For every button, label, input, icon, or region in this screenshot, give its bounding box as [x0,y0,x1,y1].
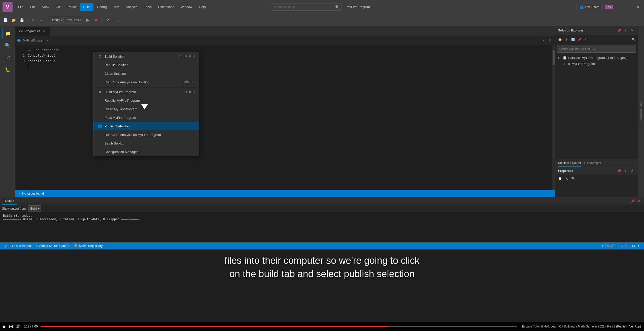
output-tab[interactable]: Output [2,197,17,205]
activity-debug[interactable]: 🐛 [2,64,13,75]
status-line-col[interactable]: Ln: 4 Ch: 1 [600,242,619,249]
output-source-dropdown[interactable]: Build ▾ [28,205,41,212]
menu-rebuild-solution[interactable]: Rebuild Solution [93,61,199,69]
toolbar-more[interactable]: ⋯ [115,17,122,24]
build-config-dropdown[interactable]: Debug ▾ [49,17,64,23]
se-tab-git[interactable]: Git Changes [584,159,601,167]
properties-icon3[interactable]: 🔍 [570,176,576,181]
toolbar-open[interactable]: 📂 [10,17,17,24]
menu-view[interactable]: View [39,3,52,11]
se-toolbar-icon2[interactable]: ⬆ [564,37,569,42]
repo-icon: 📦 [74,244,78,248]
editor-scrollbar[interactable] [552,45,555,190]
toolbar-save[interactable]: 💾 [18,17,25,24]
live-share-button[interactable]: 👥 Live Share [577,4,603,10]
maximize-button[interactable]: □ [624,3,632,11]
output-close-button[interactable]: ✕ [636,198,642,204]
tab-program-cs[interactable]: C# Program.cs ✕ [15,27,50,36]
toolbar-git[interactable]: ⎇ [104,17,111,24]
volume-button[interactable]: 🔊 [16,324,20,328]
output-pin-button[interactable]: 📌 [630,198,635,204]
toolbar-undo[interactable]: ↩ [29,17,37,24]
properties-dock-button[interactable]: ⤓ [623,168,628,174]
properties-icon2[interactable]: 🔧 [564,176,569,181]
close-button[interactable]: ✕ [634,3,641,11]
toolbar-redo[interactable]: ↪ [38,17,45,24]
status-git-branch[interactable]: ⎇ Build succeeded [2,242,33,249]
rebuild-project-icon [97,98,103,103]
toolbar-stop[interactable]: ■ [92,17,99,24]
tree-item-solution[interactable]: ▶ 📋 Solution 'MyFirstProgram' (1 of 1 pr… [555,55,638,61]
output-source-label: Build [30,207,37,210]
menu-help[interactable]: Help [196,3,209,11]
status-bar-right: Ln: 4 Ch: 1 SPC CRLF [600,242,642,249]
main-layout: 📁 🔍 ⎇ 🐛 C# Program.cs ✕ 🔷 MyFirstProgram… [0,26,644,197]
activity-search[interactable]: 🔍 [2,40,13,51]
platform-dropdown[interactable]: Any CPU ▾ [65,17,83,23]
solution-search-box[interactable]: Search Solution Explorer (Ctrl+;) [557,45,636,53]
menu-build-solution[interactable]: ⚙ Build Solution Ctrl+Shift+B [93,52,199,61]
line-content-3[interactable]: Console.ReadLi [28,59,55,63]
menu-run-code-analysis-solution[interactable]: Run Code Analysis on Solution Alt+F11 [93,78,199,86]
properties-icon1[interactable]: 📋 [557,176,563,181]
menu-build[interactable]: Build [80,3,93,11]
menu-project[interactable]: Project [63,3,80,11]
line-content-2[interactable]: Console.Write( [28,54,55,57]
line-content-4[interactable] [28,64,28,68]
next-button[interactable]: ⏭ [9,324,13,329]
se-dock-button[interactable]: ⤓ [623,28,628,33]
menu-test[interactable]: Test [110,3,122,11]
menu-extensions[interactable]: Extensions [155,3,177,11]
tab-settings-button[interactable]: ⚙ [547,38,553,43]
toolbar-sep1 [27,18,27,23]
se-search-button[interactable]: 🔍 [630,37,636,42]
toolbar-start[interactable]: ▶ [84,17,91,24]
video-progress-bar[interactable] [41,326,517,327]
project-dropdown-icon[interactable]: ▾ [46,39,48,42]
se-toolbar-icon1[interactable]: 🏠 [557,37,563,42]
menu-batch-build[interactable]: Batch Build... [93,139,199,148]
menu-pack-project[interactable]: Pack MyFirstProgram [93,113,199,122]
toolbar: 📄 📂 💾 ↩ ↪ Debug ▾ Any CPU ▾ ▶ ■ ⎇ ⋯ [0,14,644,26]
tab-close-program-cs[interactable]: ✕ [42,29,46,33]
menu-debug[interactable]: Debug [94,3,110,11]
clean-icon [97,71,103,76]
se-toolbar-icon5[interactable]: ⚙ [583,37,589,42]
se-tab-explorer[interactable]: Solution Explorer [558,159,581,167]
tree-item-project[interactable]: ▶ ■ MyFirstProgram [555,61,638,67]
menu-git[interactable]: Git [53,3,63,11]
menu-analyze[interactable]: Analyze [123,3,140,11]
status-line-ending[interactable]: CRLF [630,242,642,249]
se-toolbar-icon4[interactable]: 📌 [577,37,582,42]
menu-window[interactable]: Window [178,3,195,11]
scrollbar-thumb[interactable] [553,50,555,65]
menu-build-project[interactable]: ⚙ Build MyFirstProgram Ctrl+B [93,88,199,96]
diagnostic-tools-strip: Diagnostic Tools [638,26,644,197]
properties-close-button[interactable]: ✕ [629,168,635,174]
activity-explorer[interactable]: 📁 [2,28,13,39]
se-pin-button[interactable]: 📌 [616,28,622,33]
status-select-repo[interactable]: 📦 Select Repository [72,242,105,249]
se-toolbar-icon3[interactable]: 🔄 [570,37,576,42]
menu-edit[interactable]: Edit [27,3,39,11]
menu-tools[interactable]: Tools [141,3,155,11]
toolbar-new[interactable]: 📄 [2,17,9,24]
add-file-button[interactable]: + [541,38,546,43]
activity-git[interactable]: ⎇ [2,52,13,63]
menu-config-manager[interactable]: Configuration Manager... [93,148,199,156]
solution-toolbar: 🏠 ⬆ 🔄 📌 ⚙ 🔍 [555,35,638,44]
menu-publish-selection[interactable]: 🌐 Publish Selection [93,122,199,130]
se-close-button[interactable]: ✕ [629,28,635,33]
minimize-button[interactable]: ─ [615,3,622,11]
line-content-1[interactable]: // See https://a [28,48,59,52]
properties-pin-button[interactable]: 📌 [616,168,622,174]
menu-run-code-analysis-project[interactable]: Run Code Analysis on MyFirstProgram [93,130,199,139]
play-button[interactable]: ▶ [3,324,6,329]
search-activity-icon: 🔍 [5,43,10,48]
status-add-source[interactable]: ⬆ Add to Source Control [34,242,71,249]
menu-clean-solution[interactable]: Clean Solution [93,69,199,78]
status-encoding[interactable]: SPC [619,242,630,249]
search-input[interactable] [271,4,342,11]
menu-file[interactable]: File [15,3,26,11]
menu-rebuild-project[interactable]: Rebuild MyFirstProgram [93,96,199,105]
